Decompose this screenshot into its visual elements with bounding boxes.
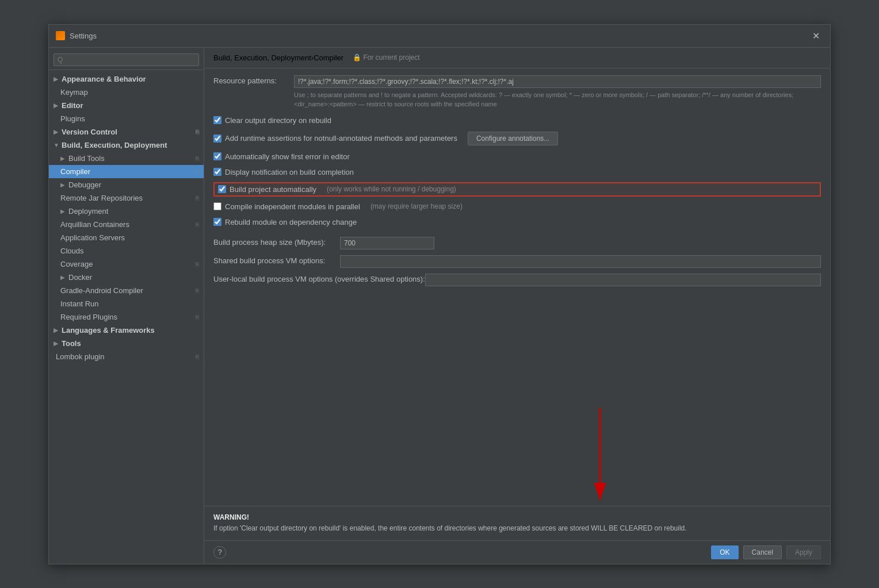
- auto-show-error-label[interactable]: Automatically show first error in editor: [225, 152, 350, 161]
- rebuild-module-checkbox[interactable]: [213, 218, 221, 226]
- for-current-project-label: 🔒 For current project: [353, 53, 419, 62]
- copy-icon-arq: ⎘: [196, 221, 199, 228]
- title-bar: Settings ✕: [49, 25, 830, 48]
- help-button[interactable]: ?: [213, 546, 226, 559]
- sidebar-label-required-plugins: Required Plugins: [60, 313, 117, 321]
- sidebar-label-build: Build, Execution, Deployment: [62, 141, 167, 149]
- resource-patterns-row: Resource patterns:: [213, 75, 821, 88]
- copy-icon-rj: ⎘: [196, 195, 199, 201]
- clear-output-label[interactable]: Clear output directory on rebuild: [225, 116, 331, 125]
- sidebar-label-editor: Editor: [62, 101, 83, 110]
- runtime-assertions-checkbox[interactable]: [213, 134, 221, 143]
- sidebar-item-remote-jar[interactable]: Remote Jar Repositories ⎘: [49, 191, 204, 205]
- chevron-right-icon-bt: ▶: [60, 155, 66, 162]
- chevron-right-icon-vc: ▶: [53, 129, 59, 135]
- auto-show-error-checkbox[interactable]: [213, 152, 221, 160]
- checkbox-display-notification: Display notification on build completion: [213, 167, 821, 178]
- sidebar-item-debugger[interactable]: ▶ Debugger: [49, 178, 204, 191]
- user-vm-input[interactable]: [425, 274, 821, 286]
- display-notification-checkbox[interactable]: [213, 168, 221, 176]
- clear-output-checkbox[interactable]: [213, 116, 221, 124]
- resource-patterns-label: Resource patterns:: [213, 75, 294, 85]
- sidebar-item-clouds[interactable]: Clouds: [49, 244, 204, 258]
- sidebar-item-editor[interactable]: ▶ Editor: [49, 99, 204, 112]
- sidebar-label-vc: Version Control: [62, 128, 117, 136]
- chevron-right-icon-editor: ▶: [53, 102, 59, 109]
- resource-hint: Use ; to separate patterns and ! to nega…: [294, 90, 821, 109]
- build-auto-hint: (only works while not running / debuggin…: [327, 185, 456, 193]
- ok-button[interactable]: OK: [711, 545, 738, 559]
- checkbox-runtime-assertions: Add runtime assertions for notnull-annot…: [213, 130, 821, 147]
- chevron-right-icon-tools: ▶: [53, 340, 59, 347]
- sidebar-label-lombok: Lombok plugin: [56, 352, 105, 361]
- sidebar-label-deployment: Deployment: [68, 207, 108, 216]
- compile-parallel-label[interactable]: Compile independent modules in parallel: [225, 202, 360, 211]
- display-notification-label[interactable]: Display notification on build completion: [225, 168, 354, 176]
- compile-parallel-checkbox[interactable]: [213, 202, 221, 210]
- user-vm-value: [425, 274, 821, 286]
- sidebar-label-build-tools: Build Tools: [68, 154, 105, 163]
- user-vm-label: User-local build process VM options (ove…: [213, 274, 425, 283]
- app-icon: [56, 31, 65, 40]
- close-button[interactable]: ✕: [809, 29, 823, 43]
- main-panel: Build, Execution, Deployment › Compiler …: [204, 48, 830, 564]
- settings-content: Resource patterns: Use ; to separate pat…: [204, 68, 830, 506]
- footer: ? OK Cancel Apply: [204, 540, 830, 564]
- search-input[interactable]: [53, 53, 199, 66]
- checkbox-clear-output: Clear output directory on rebuild: [213, 115, 821, 126]
- warning-container: WARNING! If option 'Clear output directo…: [204, 506, 830, 540]
- sidebar-item-gradle-android[interactable]: Gradle-Android Compiler ⎘: [49, 284, 204, 297]
- sidebar-item-coverage[interactable]: Coverage ⎘: [49, 258, 204, 271]
- copy-icon-compiler: ⎘: [196, 168, 199, 175]
- chevron-right-icon-docker: ▶: [60, 274, 66, 280]
- shared-vm-input[interactable]: [340, 255, 821, 268]
- sidebar-label-docker: Docker: [68, 273, 92, 282]
- sidebar-item-lombok[interactable]: Lombok plugin ⎘: [49, 350, 204, 363]
- warning-text: If option 'Clear output directory on reb…: [213, 524, 687, 532]
- sidebar-item-languages[interactable]: ▶ Languages & Frameworks: [49, 324, 204, 337]
- sidebar-item-required-plugins[interactable]: Required Plugins ⎘: [49, 310, 204, 324]
- sidebar-item-plugins[interactable]: Plugins: [49, 112, 204, 125]
- search-box: [49, 50, 204, 70]
- sidebar-item-compiler[interactable]: Compiler ⎘: [49, 165, 204, 178]
- sidebar-label-keymap: Keymap: [60, 88, 88, 97]
- breadcrumb-current: Compiler: [314, 53, 343, 62]
- sidebar-item-keymap[interactable]: Keymap: [49, 86, 204, 99]
- project-icon: 🔒: [353, 53, 361, 62]
- apply-button[interactable]: Apply: [786, 545, 821, 559]
- sidebar-item-tools[interactable]: ▶ Tools: [49, 337, 204, 350]
- heap-size-row: Build process heap size (Mbytes):: [213, 237, 821, 249]
- sidebar-item-version-control[interactable]: ▶ Version Control ⎘: [49, 125, 204, 139]
- warning-bar: WARNING! If option 'Clear output directo…: [204, 506, 830, 540]
- build-auto-checkbox[interactable]: [218, 185, 226, 193]
- cancel-button[interactable]: Cancel: [743, 545, 782, 559]
- shared-vm-row: Shared build process VM options:: [213, 255, 821, 268]
- runtime-assertions-label[interactable]: Add runtime assertions for notnull-annot…: [225, 134, 457, 143]
- sidebar-item-app-servers[interactable]: Application Servers: [49, 231, 204, 244]
- checkbox-auto-show-error: Automatically show first error in editor: [213, 151, 821, 162]
- shared-vm-label: Shared build process VM options:: [213, 255, 340, 265]
- sidebar-item-instant-run[interactable]: Instant Run: [49, 297, 204, 310]
- sidebar-item-build-exec[interactable]: ▼ Build, Execution, Deployment: [49, 139, 204, 152]
- resource-patterns-input[interactable]: [294, 75, 821, 88]
- sidebar-label-debugger: Debugger: [68, 180, 101, 189]
- sidebar-item-docker[interactable]: ▶ Docker: [49, 271, 204, 284]
- sidebar-item-appearance[interactable]: ▶ Appearance & Behavior: [49, 72, 204, 86]
- sidebar-label-coverage: Coverage: [60, 260, 93, 268]
- checkbox-build-auto: Build project automatically (only works …: [213, 182, 821, 197]
- copy-icon-lombok: ⎘: [196, 353, 199, 360]
- chevron-right-icon: ▶: [53, 76, 59, 82]
- sidebar-item-arquillian[interactable]: Arquillian Containers ⎘: [49, 218, 204, 231]
- chevron-right-icon-debug: ▶: [60, 182, 66, 188]
- compile-parallel-hint: (may require larger heap size): [370, 202, 463, 210]
- sidebar-label-tools: Tools: [62, 339, 81, 348]
- copy-icon-cov: ⎘: [196, 261, 199, 267]
- heap-size-label: Build process heap size (Mbytes):: [213, 237, 340, 247]
- sidebar-label-gradle-android: Gradle-Android Compiler: [60, 286, 143, 295]
- sidebar-item-deployment[interactable]: ▶ Deployment: [49, 205, 204, 218]
- heap-size-input[interactable]: [340, 237, 434, 249]
- rebuild-module-label[interactable]: Rebuild module on dependency change: [225, 218, 357, 226]
- build-auto-label[interactable]: Build project automatically: [230, 185, 316, 194]
- configure-annotations-button[interactable]: Configure annotations...: [468, 132, 558, 145]
- sidebar-item-build-tools[interactable]: ▶ Build Tools ⎘: [49, 152, 204, 165]
